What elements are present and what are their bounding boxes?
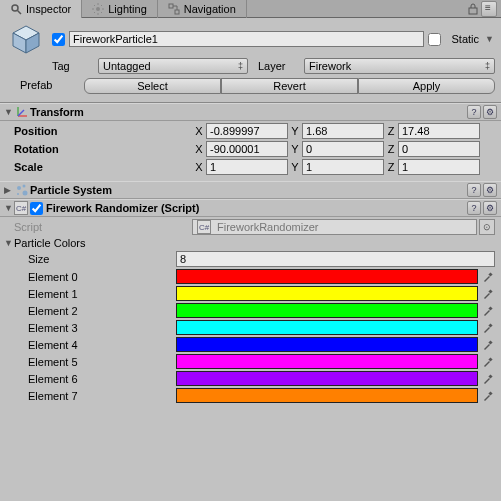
element-label: Element 2 [6, 305, 176, 317]
svg-rect-27 [488, 289, 492, 293]
svg-line-8 [101, 12, 102, 13]
lighting-tab-label: Lighting [108, 3, 147, 15]
scale-z[interactable] [398, 159, 480, 175]
rotation-y[interactable] [302, 141, 384, 157]
particle-system-title: Particle System [30, 184, 467, 196]
scale-label: Scale [6, 161, 192, 173]
rotation-x[interactable] [206, 141, 288, 157]
color-element-row: Element 4 [6, 337, 495, 352]
color-element-row: Element 6 [6, 371, 495, 386]
gameobject-name-field[interactable] [69, 31, 424, 47]
element-label: Element 3 [6, 322, 176, 334]
gameobject-header: Static ▼ Tag Untagged‡ Layer Firework‡ P… [0, 18, 501, 103]
layer-value: Firework [309, 60, 351, 72]
navigation-tab-label: Navigation [184, 3, 236, 15]
object-picker[interactable]: ⊙ [479, 219, 495, 235]
transform-icon [14, 104, 30, 120]
help-button[interactable]: ? [467, 183, 481, 197]
randomizer-title: Firework Randomizer (Script) [46, 202, 467, 214]
svg-rect-15 [469, 8, 477, 14]
randomizer-enabled[interactable] [30, 202, 43, 215]
script-field: C# FireworkRandomizer [192, 219, 477, 235]
transform-header[interactable]: ▼ Transform ? ⚙ [0, 103, 501, 121]
color-swatch-6[interactable] [176, 371, 478, 386]
lighting-tab[interactable]: Lighting [82, 0, 158, 18]
svg-line-21 [18, 110, 24, 116]
script-icon: C# [14, 201, 28, 215]
transform-foldout[interactable]: ▼ [4, 107, 14, 117]
lock-icon[interactable] [467, 3, 479, 15]
svg-rect-11 [169, 4, 173, 8]
position-y[interactable] [302, 123, 384, 139]
eyedropper-icon[interactable] [481, 286, 495, 301]
svg-rect-31 [488, 357, 492, 361]
color-element-row: Element 3 [6, 320, 495, 335]
rotation-z[interactable] [398, 141, 480, 157]
element-label: Element 7 [6, 390, 176, 402]
position-label: Position [6, 125, 192, 137]
eyedropper-icon[interactable] [481, 337, 495, 352]
svg-rect-33 [488, 391, 492, 395]
color-element-row: Element 5 [6, 354, 495, 369]
preset-button[interactable]: ⚙ [483, 183, 497, 197]
sun-icon [92, 3, 104, 15]
eyedropper-icon[interactable] [481, 371, 495, 386]
color-swatch-4[interactable] [176, 337, 478, 352]
color-swatch-5[interactable] [176, 354, 478, 369]
colors-foldout[interactable]: ▼ [4, 238, 14, 248]
eyedropper-icon[interactable] [481, 388, 495, 403]
position-x[interactable] [206, 123, 288, 139]
svg-point-2 [96, 7, 100, 11]
static-label: Static [451, 33, 479, 45]
position-z[interactable] [398, 123, 480, 139]
tag-dropdown[interactable]: Untagged‡ [98, 58, 248, 74]
help-button[interactable]: ? [467, 201, 481, 215]
prefab-label: Prefab [6, 79, 80, 91]
script-asset-icon: C# [197, 220, 211, 234]
color-element-row: Element 0 [6, 269, 495, 284]
scale-y[interactable] [302, 159, 384, 175]
eyedropper-icon[interactable] [481, 320, 495, 335]
svg-rect-30 [488, 340, 492, 344]
color-swatch-2[interactable] [176, 303, 478, 318]
panel-menu-button[interactable] [481, 1, 497, 17]
size-label: Size [6, 253, 176, 265]
static-dropdown-arrow[interactable]: ▼ [485, 34, 495, 44]
eyedropper-icon[interactable] [481, 354, 495, 369]
navigation-icon [168, 3, 180, 15]
help-button[interactable]: ? [467, 105, 481, 119]
eyedropper-icon[interactable] [481, 303, 495, 318]
static-checkbox[interactable] [428, 33, 441, 46]
color-swatch-3[interactable] [176, 320, 478, 335]
prefab-apply-button[interactable]: Apply [358, 78, 495, 94]
script-label: Script [6, 221, 192, 233]
element-label: Element 5 [6, 356, 176, 368]
preset-button[interactable]: ⚙ [483, 201, 497, 215]
color-swatch-0[interactable] [176, 269, 478, 284]
color-swatch-7[interactable] [176, 388, 478, 403]
tag-value: Untagged [103, 60, 151, 72]
rotation-label: Rotation [6, 143, 192, 155]
svg-point-24 [23, 191, 28, 196]
particle-system-foldout[interactable]: ▶ [4, 185, 14, 195]
eyedropper-icon[interactable] [481, 269, 495, 284]
inspector-tab[interactable]: Inspector [0, 0, 82, 18]
size-field[interactable] [176, 251, 495, 267]
prefab-revert-button[interactable]: Revert [221, 78, 358, 94]
randomizer-foldout[interactable]: ▼ [4, 203, 14, 213]
svg-rect-12 [175, 10, 179, 14]
gameobject-icon[interactable] [10, 23, 42, 55]
randomizer-header[interactable]: ▼ C# Firework Randomizer (Script) ? ⚙ [0, 199, 501, 217]
active-checkbox[interactable] [52, 33, 65, 46]
preset-button[interactable]: ⚙ [483, 105, 497, 119]
navigation-tab[interactable]: Navigation [158, 0, 247, 18]
particle-colors-label: Particle Colors [14, 237, 86, 249]
panel-tabbar: Inspector Lighting Navigation [0, 0, 501, 18]
particle-system-header[interactable]: ▶ Particle System ? ⚙ [0, 181, 501, 199]
prefab-select-button[interactable]: Select [84, 78, 221, 94]
color-swatch-1[interactable] [176, 286, 478, 301]
scale-x[interactable] [206, 159, 288, 175]
randomizer-body: Script C# FireworkRandomizer ⊙ ▼ Particl… [0, 217, 501, 409]
layer-dropdown[interactable]: Firework‡ [304, 58, 495, 74]
color-element-row: Element 1 [6, 286, 495, 301]
